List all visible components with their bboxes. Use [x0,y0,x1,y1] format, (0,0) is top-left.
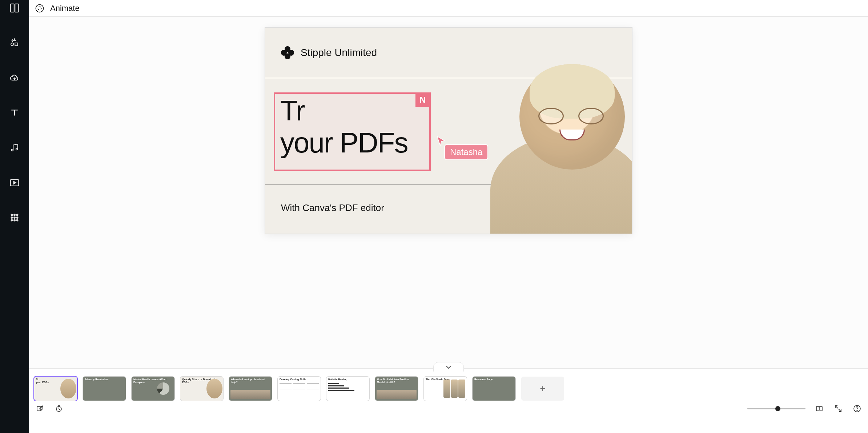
help-icon[interactable] [852,404,862,414]
slide-thumbnail[interactable]: Develop Coping Skills [278,377,321,401]
thumbnail-title: Develop Coping Skills [280,378,319,381]
svg-point-12 [17,217,18,218]
divider [265,184,494,184]
slide-thumbnail[interactable]: Mental Health Issues Affect Everyone [132,377,174,401]
slide-canvas[interactable]: Stipple Unlimited N Tr your PDFs Natasha… [265,28,632,234]
thumbnail-title: When do I seek professional help? [231,378,270,384]
slide-thumbnail[interactable]: Tr your PDFs [34,377,77,401]
svg-rect-1 [15,4,19,12]
svg-point-13 [11,220,13,221]
audio-icon[interactable] [7,140,23,156]
slide-thumbnail[interactable]: Quickly Share or Download PDFs [180,377,223,401]
svg-point-5 [16,148,18,150]
slide-thumbnail[interactable]: How Do I Maintain Positive Mental Health… [375,377,418,401]
svg-point-9 [17,214,18,216]
collaborator-badge: N [415,93,430,107]
elements-icon[interactable] [7,35,23,51]
thumbnail-title: Friendly Reminders [85,378,124,381]
svg-point-16 [36,4,44,12]
slide-thumbnail[interactable]: Resource Page [473,377,515,401]
svg-point-17 [38,7,41,10]
left-side-rail [0,0,29,433]
slide-thumbnail[interactable]: Friendly Reminders [83,377,126,401]
templates-icon[interactable] [7,0,23,16]
brand-logo-icon [281,46,294,59]
animate-button[interactable]: Animate [50,4,80,13]
fullscreen-icon[interactable] [833,404,843,414]
svg-point-11 [14,217,15,218]
subtitle-text[interactable]: With Canva's PDF editor [281,202,384,214]
brand-name: Stipple Unlimited [301,47,377,59]
thumbnail-title: Mental Health Issues Affect Everyone [133,378,173,384]
svg-point-10 [11,217,13,218]
zoom-slider[interactable] [747,408,805,409]
uploads-cloud-icon[interactable] [7,70,23,86]
video-icon[interactable] [7,175,23,191]
slide-thumbnail[interactable]: When do I seek professional help? [229,377,272,401]
thumbnail-strip: Tr your PDFsFriendly RemindersMental Hea… [29,368,868,433]
svg-point-4 [11,149,13,151]
collaborator-name-tag: Natasha [445,145,487,159]
svg-point-2 [11,43,14,46]
hero-photo[interactable] [487,53,632,234]
apps-icon[interactable] [7,210,23,226]
canvas-area[interactable]: Stipple Unlimited N Tr your PDFs Natasha… [29,17,868,368]
collapse-strip-button[interactable] [433,362,464,372]
svg-point-8 [14,214,15,216]
slide-thumbnail[interactable]: Holistic Healing [326,377,369,401]
grid-view-icon[interactable]: 1 [814,404,824,414]
text-icon[interactable] [7,105,23,121]
animate-icon[interactable] [34,3,45,14]
thumbnail-title: Resource Page [474,378,514,381]
add-page-button[interactable] [521,377,564,401]
context-toolbar: Animate [29,0,868,17]
thumbnail-title: How Do I Maintain Positive Mental Health… [377,378,416,384]
svg-point-14 [14,220,15,221]
text-selection-box[interactable]: N Tr your PDFs [274,92,431,171]
headline-line-2[interactable]: your PDFs [280,128,424,158]
notes-icon[interactable] [35,404,45,414]
svg-point-21 [857,410,857,411]
headline-line-1[interactable]: Tr [280,96,424,126]
slide-thumbnail[interactable]: The Vita Verde Team [424,377,467,401]
svg-rect-3 [15,43,18,46]
svg-point-15 [17,220,18,221]
svg-point-7 [11,214,13,216]
bottom-status-bar: 1 [29,401,868,417]
duration-icon[interactable] [54,404,64,414]
thumbnail-title: Holistic Healing [328,378,367,381]
svg-rect-0 [11,4,14,12]
